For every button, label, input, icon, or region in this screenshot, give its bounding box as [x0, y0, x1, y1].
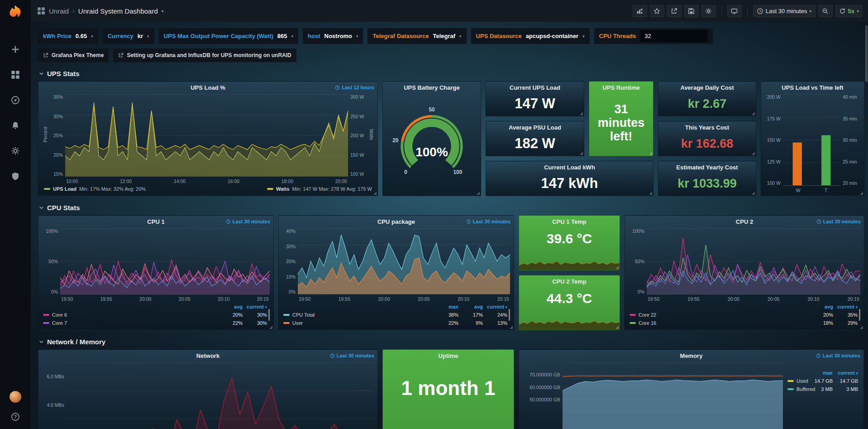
panel-title[interactable]: Current UPS Load: [510, 84, 560, 91]
chevron-down-icon[interactable]: ▾: [291, 34, 294, 39]
chevron-down-icon[interactable]: ▾: [459, 34, 462, 39]
chevron-down-icon[interactable]: ▾: [582, 34, 585, 39]
panel-title[interactable]: Average PSU Load: [509, 124, 561, 131]
link-grafana-plex-theme[interactable]: Grafana Plex Theme: [38, 48, 109, 62]
sidebar-item-dashboards[interactable]: [10, 69, 21, 81]
top-navbar: Unraid › Unraid System Dashboard ▾: [31, 0, 868, 22]
chevron-down-icon[interactable]: ▾: [356, 34, 358, 39]
variable-value-dropdown[interactable]: 0.65: [76, 33, 87, 39]
time-override-tag: Last 30 minutes: [466, 216, 510, 227]
legend-series-name[interactable]: Buffered: [787, 386, 807, 392]
x-axis: 19:5019:5520:0020:0520:1020:15: [60, 294, 270, 302]
variable-value-dropdown[interactable]: kr: [138, 33, 143, 39]
cpu-package-chart[interactable]: [298, 228, 510, 294]
cycle-view-mode-button[interactable]: [727, 5, 742, 17]
x-tick: 20:00: [378, 296, 390, 302]
legend-col-header[interactable]: avg: [218, 304, 243, 309]
legend-item[interactable]: UPS Load Min: 17% Max: 32% Avg: 20%: [44, 186, 146, 192]
y-axis-left: 200 W175 W150 W125 W100 W: [765, 94, 783, 193]
panel-title[interactable]: UPS Load vs Time left: [782, 84, 843, 91]
variable-currency: Currency kr ▾: [103, 28, 154, 44]
legend-col-header[interactable]: current: [833, 304, 858, 309]
grafana-logo[interactable]: [6, 4, 24, 22]
legend-item[interactable]: Watts Min: 147 W Max: 278 W Avg: 175 W: [267, 186, 372, 192]
sidebar-item-admin[interactable]: [10, 170, 21, 182]
dashboard-settings-button[interactable]: [701, 5, 716, 17]
section-header-ups-stats[interactable]: UPS Stats: [39, 70, 863, 77]
panel-title[interactable]: UPS Battery Charge: [404, 84, 460, 91]
panel-title[interactable]: CPU 2: [736, 218, 753, 225]
legend-series-name[interactable]: User: [283, 320, 434, 326]
legend-series-name[interactable]: CPU Total: [283, 312, 434, 318]
panel-title[interactable]: This Years Cost: [685, 124, 729, 131]
legend-col-header[interactable]: current: [483, 304, 507, 309]
legend-col-header[interactable]: current: [243, 304, 267, 309]
refresh-interval-label[interactable]: 5s: [848, 8, 854, 14]
section-header-network-memory[interactable]: Network / Memory: [39, 338, 863, 346]
variable-value-dropdown[interactable]: apcupsd-container: [526, 33, 578, 39]
panel-title[interactable]: CPU 1: [147, 218, 164, 225]
ups-load-chart[interactable]: [65, 94, 348, 177]
ups-bars-chart[interactable]: [783, 94, 840, 186]
cpu2-chart[interactable]: [647, 228, 860, 294]
refresh-button[interactable]: 5s ▾: [835, 5, 863, 17]
panel-title[interactable]: CPU 1 Temp: [552, 218, 587, 225]
variable-value-dropdown[interactable]: Telegraf: [433, 33, 455, 39]
legend-col-header[interactable]: current: [833, 370, 858, 376]
refresh-interval-caret-icon[interactable]: ▾: [857, 9, 859, 14]
legend-series-name[interactable]: Core 6: [43, 312, 218, 318]
cpu1-chart[interactable]: [60, 228, 270, 294]
time-range-picker[interactable]: Last 30 minutes ▾: [753, 5, 816, 17]
panel-title[interactable]: UPS Runtime: [602, 84, 639, 91]
x-axis: 19:5019:5520:0020:0520:1020:15: [298, 294, 510, 302]
panel-title[interactable]: Uptime: [438, 352, 458, 359]
sidebar-item-create[interactable]: [10, 43, 21, 55]
breadcrumb-dashboard-title[interactable]: Unraid System Dashboard: [78, 7, 158, 15]
panel-title[interactable]: CPU 2 Temp: [552, 278, 587, 285]
explore-compass-icon: [11, 96, 20, 105]
variable-value-dropdown[interactable]: 865: [277, 33, 287, 39]
star-dashboard-button[interactable]: [650, 5, 664, 17]
y-tick: 200 W: [765, 94, 781, 100]
legend-col-header[interactable]: avg: [458, 304, 483, 309]
legend-col-header[interactable]: max: [434, 304, 458, 309]
dashboard-picker-caret-icon[interactable]: ▾: [162, 9, 164, 14]
variable-value-dropdown[interactable]: Nostromo: [324, 33, 352, 39]
y-axis-left: 70.000000 GB60.000000 GB50.000000 GB: [523, 362, 563, 429]
panel-title[interactable]: UPS Load %: [191, 84, 225, 91]
chevron-down-icon[interactable]: ▾: [147, 34, 149, 39]
legend-series-name[interactable]: Core 16: [630, 320, 809, 326]
panel-title[interactable]: Estimated Yearly Cost: [676, 164, 738, 171]
scrollbar-thumb[interactable]: [865, 25, 868, 82]
sidebar-item-explore[interactable]: [10, 94, 21, 106]
section-header-cpu-stats[interactable]: CPU Stats: [39, 204, 863, 212]
sidebar-item-configuration[interactable]: [10, 145, 21, 157]
legend-series-name[interactable]: Core 7: [43, 320, 218, 326]
legend-col-header[interactable]: avg: [809, 304, 833, 309]
svg-text:50: 50: [429, 106, 435, 113]
share-dashboard-button[interactable]: [667, 5, 682, 17]
network-chart[interactable]: [67, 362, 374, 429]
save-dashboard-button[interactable]: [684, 5, 699, 17]
legend-series-name[interactable]: Used: [787, 378, 807, 384]
legend-col-header[interactable]: max: [807, 370, 833, 376]
add-panel-button[interactable]: [633, 5, 647, 17]
legend-series-name[interactable]: Core 22: [630, 312, 809, 318]
panel-cpu-package: CPU package Last 30 minutes 40%30%20%10%…: [278, 215, 514, 330]
memory-chart[interactable]: [563, 362, 783, 429]
panel-title[interactable]: Average Daily Cost: [680, 84, 734, 91]
breadcrumb-folder[interactable]: Unraid: [49, 7, 69, 15]
chevron-down-icon[interactable]: ▾: [91, 34, 93, 39]
panel-title[interactable]: Memory: [680, 352, 703, 359]
sidebar-item-profile[interactable]: [10, 391, 21, 403]
sidebar-item-alerting[interactable]: [10, 120, 21, 131]
dashboard-scrollbar[interactable]: [865, 24, 868, 427]
panel-title[interactable]: Network: [196, 352, 219, 359]
zoom-out-time-button[interactable]: [818, 5, 833, 17]
x-tick: 18:00: [281, 178, 293, 184]
panel-title[interactable]: CPU package: [377, 218, 415, 225]
sidebar-item-help[interactable]: ?: [10, 411, 21, 423]
link-ups-monitoring-guide[interactable]: Setting up Grafana and InfluxDB for UPS …: [113, 48, 296, 62]
cpu-threads-input[interactable]: [640, 30, 708, 42]
panel-title[interactable]: Current Load kWh: [544, 164, 595, 171]
